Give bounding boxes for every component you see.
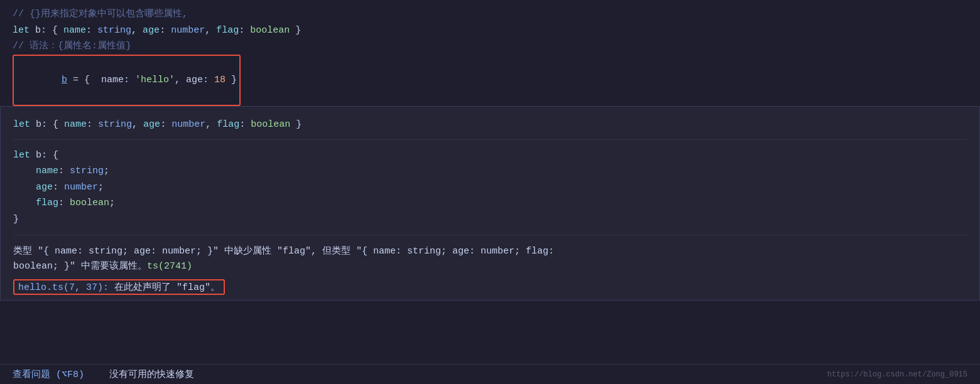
- code-line-2: let b: { name: string, age: number, flag…: [13, 23, 967, 39]
- boolean-type: boolean: [250, 23, 290, 39]
- code-line-3: // 语法：{属性名:属性值}: [13, 38, 967, 55]
- view-problem-link[interactable]: 查看问题 (⌥F8): [13, 368, 84, 380]
- comment-2: // 语法：{属性名:属性值}: [13, 38, 131, 55]
- quick-fix-label: 没有可用的快速修复: [109, 368, 194, 380]
- code-line-4: b = { name: 'hello', age: 18 }: [13, 55, 967, 107]
- ref-line-wrapper: hello.ts(7, 37): 在此处声明了 "flag"。: [13, 277, 967, 300]
- tooltip-panel: let b: { name: string, age: number, flag…: [0, 106, 980, 301]
- editor-top: // {}用来指定对象中可以包含哪些属性, let b: { name: str…: [0, 0, 980, 106]
- error-line-2: boolean; }" 中需要该属性。 ts(2741): [13, 259, 967, 274]
- ref-file: hello.ts(7, 37):: [18, 282, 109, 293]
- block-line-3: age: number;: [13, 179, 967, 196]
- type-block: let b: { name: string; age: number; flag…: [13, 144, 967, 232]
- error-message: 类型 "{ name: string; age: number; }" 中缺少属…: [13, 239, 967, 277]
- block-line-2: name: string;: [13, 163, 967, 179]
- ref-line-highlighted: hello.ts(7, 37): 在此处声明了 "flag"。: [13, 279, 225, 295]
- keyword-let: let: [13, 23, 35, 39]
- var-b: b: [35, 23, 41, 39]
- code-line-1: // {}用来指定对象中可以包含哪些属性,: [13, 6, 967, 23]
- block-line-5: }: [13, 211, 967, 228]
- code-editor: // {}用来指定对象中可以包含哪些属性, let b: { name: str…: [0, 0, 980, 384]
- comment-1: // {}用来指定对象中可以包含哪些属性,: [13, 6, 188, 23]
- highlighted-assignment: b = { name: 'hello', age: 18 }: [13, 55, 241, 107]
- tooltip-type-line: let b: { name: string, age: number, flag…: [13, 114, 967, 136]
- block-line-1: let b: {: [13, 147, 967, 164]
- block-line-4: flag: boolean;: [13, 195, 967, 211]
- error-line-1: 类型 "{ name: string; age: number; }" 中缺少属…: [13, 244, 967, 259]
- ref-desc: 在此处声明了 "flag"。: [109, 282, 220, 293]
- tooltip-content: let b: { name: string, age: number, flag…: [13, 114, 967, 300]
- var-b-underline: b: [62, 75, 67, 85]
- bottom-bar: 查看问题 (⌥F8) 没有可用的快速修复 https://blog.csdn.n…: [0, 364, 980, 384]
- url-label: https://blog.csdn.net/Zong_0915: [827, 370, 967, 379]
